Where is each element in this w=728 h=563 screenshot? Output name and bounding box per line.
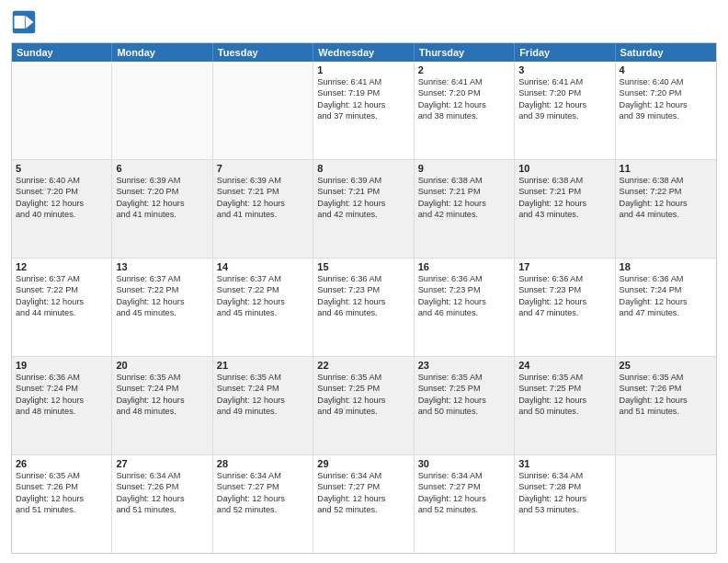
cell-info-line: Sunset: 7:24 PM — [16, 383, 108, 394]
cell-info-line: Sunrise: 6:35 AM — [116, 372, 208, 383]
cell-info-line: Daylight: 12 hours — [217, 395, 309, 406]
cell-info-line: and 49 minutes. — [217, 406, 309, 417]
cell-info-line: Sunrise: 6:41 AM — [317, 76, 409, 87]
cell-info-line: Daylight: 12 hours — [317, 296, 409, 307]
cell-info-line: Sunset: 7:28 PM — [518, 481, 610, 492]
cell-info-line: and 53 minutes. — [518, 504, 610, 515]
cell-info-line: Sunset: 7:25 PM — [418, 383, 510, 394]
calendar-cell: 10Sunrise: 6:38 AMSunset: 7:21 PMDayligh… — [515, 160, 615, 258]
cell-info-line: and 42 minutes. — [317, 209, 409, 220]
cell-info-line: Sunrise: 6:35 AM — [620, 372, 712, 383]
day-number: 26 — [16, 458, 108, 469]
cell-info-line: and 37 minutes. — [317, 110, 409, 121]
calendar-cell: 18Sunrise: 6:36 AMSunset: 7:24 PMDayligh… — [616, 259, 716, 356]
calendar-cell: 12Sunrise: 6:37 AMSunset: 7:22 PMDayligh… — [12, 259, 112, 356]
day-number: 9 — [418, 163, 510, 174]
day-number: 2 — [418, 64, 510, 75]
cell-info-line: Daylight: 12 hours — [16, 395, 108, 406]
calendar-cell: 1Sunrise: 6:41 AMSunset: 7:19 PMDaylight… — [313, 62, 414, 159]
cell-info-line: and 52 minutes. — [317, 504, 409, 515]
cell-info-line: Sunrise: 6:38 AM — [620, 175, 712, 186]
cell-info-line: Sunrise: 6:39 AM — [116, 175, 208, 186]
cell-info-line: Daylight: 12 hours — [518, 198, 610, 209]
cell-info-line: Sunrise: 6:38 AM — [418, 175, 510, 186]
cell-info-line: Sunrise: 6:37 AM — [116, 273, 208, 284]
day-number: 31 — [518, 458, 610, 469]
cell-info-line: Sunset: 7:23 PM — [518, 284, 610, 295]
calendar-row: 26Sunrise: 6:35 AMSunset: 7:26 PMDayligh… — [12, 455, 716, 553]
cell-info-line: Sunset: 7:24 PM — [217, 383, 309, 394]
cell-info-line: Daylight: 12 hours — [620, 99, 712, 110]
calendar-cell: 28Sunrise: 6:34 AMSunset: 7:27 PMDayligh… — [213, 455, 313, 553]
calendar-cell: 15Sunrise: 6:36 AMSunset: 7:23 PMDayligh… — [313, 259, 414, 356]
cell-info-line: Sunrise: 6:41 AM — [518, 76, 610, 87]
calendar-cell: 24Sunrise: 6:35 AMSunset: 7:25 PMDayligh… — [515, 357, 615, 454]
cell-info-line: Sunset: 7:21 PM — [418, 186, 510, 197]
day-number: 28 — [217, 458, 309, 469]
calendar-header-cell: Friday — [515, 43, 615, 62]
cell-info-line: and 38 minutes. — [418, 110, 510, 121]
cell-info-line: Sunrise: 6:36 AM — [418, 273, 510, 284]
day-number: 6 — [116, 163, 208, 174]
calendar-cell — [213, 62, 313, 159]
day-number: 19 — [16, 360, 108, 371]
cell-info-line: Daylight: 12 hours — [418, 99, 510, 110]
cell-info-line: Sunset: 7:20 PM — [418, 87, 510, 98]
calendar-row: 5Sunrise: 6:40 AMSunset: 7:20 PMDaylight… — [12, 160, 716, 259]
cell-info-line: Daylight: 12 hours — [418, 296, 510, 307]
calendar-cell: 27Sunrise: 6:34 AMSunset: 7:26 PMDayligh… — [112, 455, 212, 553]
calendar-header-cell: Tuesday — [213, 43, 313, 62]
cell-info-line: Sunrise: 6:34 AM — [317, 470, 409, 481]
day-number: 14 — [217, 261, 309, 272]
cell-info-line: Daylight: 12 hours — [317, 99, 409, 110]
cell-info-line: and 48 minutes. — [16, 406, 108, 417]
cell-info-line: and 51 minutes. — [16, 504, 108, 515]
cell-info-line: Sunrise: 6:40 AM — [16, 175, 108, 186]
calendar-cell: 11Sunrise: 6:38 AMSunset: 7:22 PMDayligh… — [616, 160, 716, 258]
cell-info-line: Sunrise: 6:39 AM — [217, 175, 309, 186]
calendar-cell: 19Sunrise: 6:36 AMSunset: 7:24 PMDayligh… — [12, 357, 112, 454]
day-number: 8 — [317, 163, 409, 174]
cell-info-line: and 40 minutes. — [16, 209, 108, 220]
cell-info-line: Daylight: 12 hours — [217, 493, 309, 504]
calendar-body: 1Sunrise: 6:41 AMSunset: 7:19 PMDaylight… — [12, 62, 716, 553]
calendar-cell: 8Sunrise: 6:39 AMSunset: 7:21 PMDaylight… — [313, 160, 414, 258]
cell-info-line: Sunset: 7:26 PM — [620, 383, 712, 394]
day-number: 21 — [217, 360, 309, 371]
cell-info-line: Sunset: 7:27 PM — [317, 481, 409, 492]
cell-info-line: Daylight: 12 hours — [116, 395, 208, 406]
day-number: 7 — [217, 163, 309, 174]
cell-info-line: Daylight: 12 hours — [317, 198, 409, 209]
cell-info-line: Daylight: 12 hours — [418, 395, 510, 406]
cell-info-line: Daylight: 12 hours — [418, 493, 510, 504]
calendar-cell: 25Sunrise: 6:35 AMSunset: 7:26 PMDayligh… — [616, 357, 716, 454]
cell-info-line: Daylight: 12 hours — [518, 99, 610, 110]
day-number: 12 — [16, 261, 108, 272]
calendar-cell: 20Sunrise: 6:35 AMSunset: 7:24 PMDayligh… — [112, 357, 212, 454]
cell-info-line: Sunrise: 6:36 AM — [620, 273, 712, 284]
svg-rect-2 — [15, 16, 25, 29]
day-number: 5 — [16, 163, 108, 174]
calendar-cell: 4Sunrise: 6:40 AMSunset: 7:20 PMDaylight… — [616, 62, 716, 159]
cell-info-line: and 44 minutes. — [16, 307, 108, 318]
cell-info-line: and 42 minutes. — [418, 209, 510, 220]
calendar-cell: 6Sunrise: 6:39 AMSunset: 7:20 PMDaylight… — [112, 160, 212, 258]
day-number: 30 — [418, 458, 510, 469]
calendar-header: SundayMondayTuesdayWednesdayThursdayFrid… — [12, 43, 716, 62]
cell-info-line: and 50 minutes. — [518, 406, 610, 417]
cell-info-line: Sunset: 7:20 PM — [116, 186, 208, 197]
cell-info-line: Sunset: 7:25 PM — [317, 383, 409, 394]
calendar-row: 19Sunrise: 6:36 AMSunset: 7:24 PMDayligh… — [12, 357, 716, 455]
cell-info-line: Sunset: 7:23 PM — [317, 284, 409, 295]
cell-info-line: Sunset: 7:25 PM — [518, 383, 610, 394]
cell-info-line: and 48 minutes. — [116, 406, 208, 417]
cell-info-line: Sunset: 7:24 PM — [620, 284, 712, 295]
calendar: SundayMondayTuesdayWednesdayThursdayFrid… — [11, 42, 717, 554]
day-number: 1 — [317, 64, 409, 75]
cell-info-line: Sunrise: 6:34 AM — [116, 470, 208, 481]
day-number: 18 — [620, 261, 712, 272]
logo-icon — [11, 9, 37, 35]
calendar-cell: 30Sunrise: 6:34 AMSunset: 7:27 PMDayligh… — [415, 455, 515, 553]
cell-info-line: Sunrise: 6:34 AM — [217, 470, 309, 481]
calendar-header-cell: Sunday — [12, 43, 112, 62]
